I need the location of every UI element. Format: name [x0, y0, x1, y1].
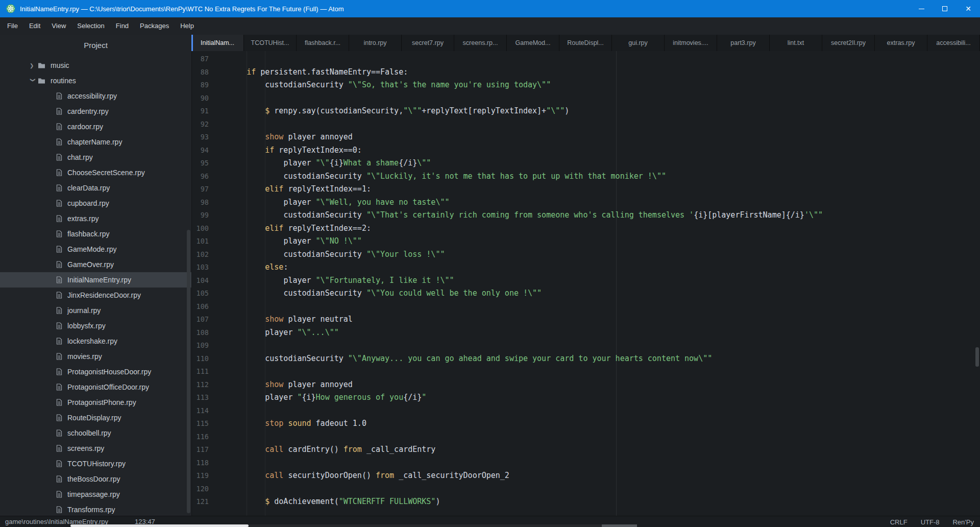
tree-item-protagonisthousedoor-rpy[interactable]: ProtagonistHouseDoor.rpy: [0, 364, 191, 379]
tree-item-chat-rpy[interactable]: chat.rpy: [0, 150, 191, 165]
tree-item-extras-rpy[interactable]: extras.rpy: [0, 211, 191, 226]
code-line-120[interactable]: 120: [192, 483, 980, 496]
tab-secret7-rpy[interactable]: secret7.rpy: [402, 35, 454, 51]
tree-item-lockershake-rpy[interactable]: lockershake.rpy: [0, 333, 191, 349]
tree-item-timepassage-rpy[interactable]: timepassage.rpy: [0, 487, 191, 502]
tab-lint-txt[interactable]: lint.txt: [770, 35, 822, 51]
tree-item-protagonistphone-rpy[interactable]: ProtagonistPhone.rpy: [0, 395, 191, 410]
code-line-113[interactable]: 113 player "{i}How generous of you{/i}": [192, 391, 980, 404]
code-line-106[interactable]: 106: [192, 300, 980, 314]
code-line-105[interactable]: 105 custodianSecurity "\"You could well …: [192, 287, 980, 300]
menu-view[interactable]: View: [46, 17, 71, 35]
chevron-right-icon[interactable]: ❯: [30, 63, 38, 68]
tree-item-initialnameentry-rpy[interactable]: InitialNameEntry.rpy: [0, 272, 191, 288]
code-line-107[interactable]: 107 show player neutral: [192, 313, 980, 326]
tree-item-cupboard-rpy[interactable]: cupboard.rpy: [0, 196, 191, 211]
code-line-91[interactable]: 91 $ renpy.say(custodianSecurity,"\""+re…: [192, 105, 980, 118]
tree-item-gameover-rpy[interactable]: GameOver.rpy: [0, 257, 191, 272]
tree-item-transforms-rpy[interactable]: Transforms.rpy: [0, 502, 191, 516]
tab-routedispl[interactable]: RouteDispl...: [559, 35, 612, 51]
code-line-116[interactable]: 116: [192, 430, 980, 444]
tree-item-routines[interactable]: ❯routines: [0, 73, 191, 88]
editor-scrollbar[interactable]: [975, 347, 979, 367]
code-line-111[interactable]: 111: [192, 365, 980, 378]
minimize-button[interactable]: [910, 0, 933, 17]
code-line-110[interactable]: 110 custodianSecurity "\"Anyway... you c…: [192, 352, 980, 366]
code-line-103[interactable]: 103 else:: [192, 261, 980, 274]
code-line-104[interactable]: 104 player "\"Fortunately, I like it !\"…: [192, 274, 980, 288]
tree-item-chaptername-rpy[interactable]: chapterName.rpy: [0, 134, 191, 150]
code-line-89[interactable]: 89 custodianSecurity "\"So, that's the n…: [192, 79, 980, 92]
code-line-121[interactable]: 121 $ doAchievement("WTCNERFTF FULLWORKS…: [192, 495, 980, 509]
code-line-109[interactable]: 109: [192, 339, 980, 352]
tree-scrollbar[interactable]: [187, 230, 190, 513]
tree-item-gamemode-rpy[interactable]: GameMode.rpy: [0, 242, 191, 257]
code-line-88[interactable]: 88 if persistent.fastNameEntry==False:: [192, 66, 980, 79]
code-line-115[interactable]: 115 stop sound fadeout 1.0: [192, 417, 980, 430]
menu-packages[interactable]: Packages: [134, 17, 175, 35]
status-ren-py[interactable]: Ren'Py: [952, 518, 974, 526]
menu-selection[interactable]: Selection: [71, 17, 110, 35]
code-line-87[interactable]: 87: [192, 53, 980, 66]
code-line-97[interactable]: 97 elif replyTextIndex==1:: [192, 183, 980, 196]
tab-intro-rpy[interactable]: intro.rpy: [349, 35, 402, 51]
code-line-95[interactable]: 95 player "\"{i}What a shame{/i}\"": [192, 157, 980, 170]
code-line-98[interactable]: 98 player "\"Well, you have no taste\"": [192, 196, 980, 209]
code-line-99[interactable]: 99 custodianSecurity "\"That's certainly…: [192, 209, 980, 222]
tab-initmovies[interactable]: initmovies....: [665, 35, 717, 51]
tree-item-routedisplay-rpy[interactable]: RouteDisplay.rpy: [0, 410, 191, 425]
code-line-112[interactable]: 112 show player annoyed: [192, 378, 980, 392]
code-line-117[interactable]: 117 call cardEntry() from _call_cardEntr…: [192, 443, 980, 457]
tab-gamemod[interactable]: GameMod...: [507, 35, 559, 51]
tab-flashback-r[interactable]: flashback.r...: [297, 35, 349, 51]
tab-tcotuhist[interactable]: TCOTUHist...: [244, 35, 297, 51]
menu-edit[interactable]: Edit: [23, 17, 46, 35]
code-line-92[interactable]: 92: [192, 118, 980, 131]
maximize-button[interactable]: [933, 0, 957, 17]
tree-item-flashback-rpy[interactable]: flashback.rpy: [0, 226, 191, 242]
status-utf-8[interactable]: UTF-8: [921, 518, 940, 526]
code-area[interactable]: 8788 if persistent.fastNameEntry==False:…: [192, 53, 980, 509]
menu-find[interactable]: Find: [110, 17, 134, 35]
tab-gui-rpy[interactable]: gui.rpy: [612, 35, 665, 51]
tab-secret2il-rpy[interactable]: secret2Il.rpy: [822, 35, 875, 51]
tab-accessibili[interactable]: accessibili...: [927, 35, 980, 51]
status-crlf[interactable]: CRLF: [890, 518, 908, 526]
close-button[interactable]: ✕: [957, 0, 980, 17]
code-line-93[interactable]: 93 show player annoyed: [192, 131, 980, 144]
bottom-scrollbar-thumb-secondary[interactable]: [602, 524, 637, 527]
code-line-94[interactable]: 94 if replyTextIndex==0:: [192, 144, 980, 157]
tab-screens-rp[interactable]: screens.rp...: [454, 35, 507, 51]
tree-item-movies-rpy[interactable]: movies.rpy: [0, 349, 191, 364]
tree-item-cardoor-rpy[interactable]: cardoor.rpy: [0, 119, 191, 134]
menu-file[interactable]: File: [2, 17, 23, 35]
tree-item-journal-rpy[interactable]: journal.rpy: [0, 303, 191, 318]
code-line-118[interactable]: 118: [192, 457, 980, 470]
tree-item-screens-rpy[interactable]: screens.rpy: [0, 441, 191, 456]
tab-extras-rpy[interactable]: extras.rpy: [875, 35, 927, 51]
code-line-90[interactable]: 90: [192, 92, 980, 105]
tree-item-schoolbell-rpy[interactable]: schoolbell.rpy: [0, 425, 191, 441]
code-line-108[interactable]: 108 player "\"...\"": [192, 326, 980, 340]
tree-item-music[interactable]: ❯music: [0, 58, 191, 73]
tree-item-cardentry-rpy[interactable]: cardentry.rpy: [0, 104, 191, 119]
chevron-down-icon[interactable]: ❯: [30, 78, 36, 84]
code-line-114[interactable]: 114: [192, 404, 980, 418]
tree-item-cleardata-rpy[interactable]: clearData.rpy: [0, 180, 191, 196]
tree-item-tcotuhistory-rpy[interactable]: TCOTUHistory.rpy: [0, 456, 191, 471]
tab-initialnam[interactable]: InitialNam...: [191, 35, 244, 51]
tab-part3-rpy[interactable]: part3.rpy: [717, 35, 770, 51]
tree-item-lobbysfx-rpy[interactable]: lobbysfx.rpy: [0, 318, 191, 333]
code-line-101[interactable]: 101 player "\"NO !\"": [192, 235, 980, 248]
tree-item-accessibility-rpy[interactable]: accessibility.rpy: [0, 88, 191, 104]
menu-help[interactable]: Help: [175, 17, 200, 35]
bottom-scrollbar-thumb[interactable]: [70, 524, 249, 527]
code-line-100[interactable]: 100 elif replyTextIndex==2:: [192, 222, 980, 235]
tree-item-protagonistofficedoor-rpy[interactable]: ProtagonistOfficeDoor.rpy: [0, 379, 191, 395]
tree-item-jinxresidencedoor-rpy[interactable]: JinxResidenceDoor.rpy: [0, 288, 191, 303]
tree-item-choosesecretscene-rpy[interactable]: ChooseSecretScene.rpy: [0, 165, 191, 180]
tree-item-thebossdoor-rpy[interactable]: theBossDoor.rpy: [0, 471, 191, 487]
code-line-119[interactable]: 119 call securityDoorOpen() from _call_s…: [192, 469, 980, 483]
code-line-96[interactable]: 96 custodianSecurity "\"Luckily, it's no…: [192, 170, 980, 183]
code-line-102[interactable]: 102 custodianSecurity "\"Your loss !\"": [192, 248, 980, 261]
